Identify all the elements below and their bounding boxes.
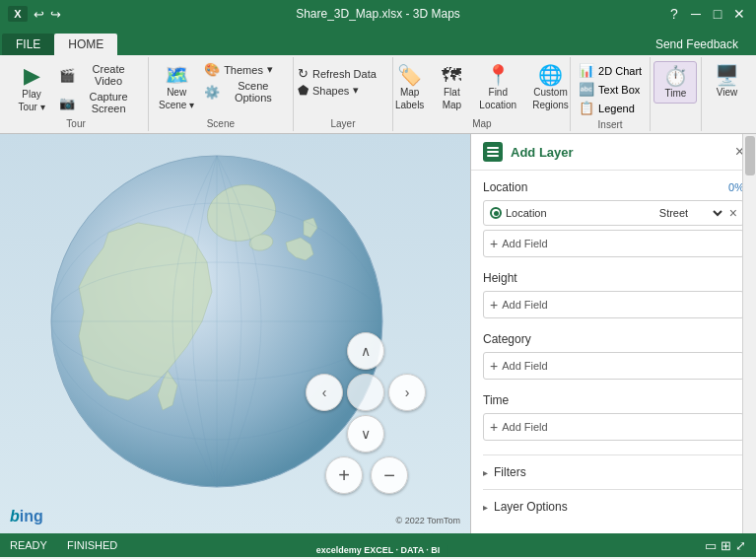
panel-title: Add Layer	[511, 145, 574, 160]
close-btn[interactable]: ✕	[730, 7, 748, 21]
play-tour-label: Play	[22, 89, 40, 100]
location-field-name: Location	[506, 207, 650, 219]
tour-small-btns: 🎬 Create Video 📷 Capture Screen	[55, 61, 142, 116]
location-add-field-label: Add Field	[502, 238, 547, 249]
text-box-btn[interactable]: 🔤 Text Box	[573, 80, 648, 99]
height-add-field-label: Add Field	[502, 299, 547, 311]
legend-btn[interactable]: 📋 Legend	[573, 99, 648, 117]
tab-home[interactable]: HOME	[54, 34, 117, 55]
view-label: View	[717, 87, 738, 98]
svg-rect-11	[487, 155, 499, 157]
add-icon-time: +	[490, 419, 498, 435]
scene-options-icon: ⚙️	[204, 86, 220, 99]
location-radio[interactable]	[490, 207, 502, 219]
chart-icon: 📊	[579, 63, 594, 78]
text-box-label: Text Box	[598, 84, 640, 96]
layer-options-section: ▸ Layer Options	[483, 489, 744, 524]
map-labels-label2: Labels	[395, 100, 424, 110]
create-video-btn[interactable]: 🎬 Create Video	[55, 61, 142, 89]
legend-icon: 📋	[579, 101, 594, 115]
filters-header[interactable]: ▸ Filters	[483, 463, 744, 481]
height-header: Height	[483, 271, 744, 285]
zoom-in-btn[interactable]: +	[325, 456, 363, 494]
pan-down-btn[interactable]: ∨	[347, 415, 384, 453]
refresh-data-label: Refresh Data	[312, 68, 377, 80]
pan-center-btn[interactable]	[347, 374, 384, 411]
undo-btn[interactable]: ↩	[34, 7, 44, 22]
minimize-btn[interactable]: ─	[687, 7, 705, 21]
location-type-select[interactable]: Street City State Country Zip Code Latit…	[653, 206, 725, 220]
window-title: Share_3D_Map.xlsx - 3D Maps	[296, 7, 460, 21]
scene-options-btn[interactable]: ⚙️ Scene Options	[200, 78, 286, 105]
find-location-btn[interactable]: 📍 Find Location	[473, 61, 522, 114]
category-section: Category + Add Field	[483, 332, 744, 380]
location-header: Location 0%	[483, 180, 744, 194]
map-labels-label: Map	[400, 87, 419, 98]
custom-regions-label: Custom	[533, 87, 567, 98]
status-icon-2[interactable]: ⊞	[721, 538, 731, 553]
zoom-out-btn[interactable]: −	[371, 456, 408, 494]
shapes-btn[interactable]: ⬟ Shapes ▾	[294, 82, 392, 99]
pan-left-btn[interactable]: ‹	[306, 374, 343, 411]
help-btn[interactable]: ?	[665, 7, 683, 21]
time-label: Time	[483, 393, 509, 407]
custom-regions-btn[interactable]: 🌐 Custom Regions	[526, 61, 575, 114]
new-scene-btn[interactable]: 🗺️ New Scene ▾	[155, 61, 198, 114]
pan-up-btn[interactable]: ∧	[347, 332, 384, 370]
scrollbar[interactable]	[742, 134, 756, 533]
status-icon-3[interactable]: ⤢	[735, 538, 746, 553]
scene-options-label: Scene Options	[224, 80, 282, 104]
map-labels-btn[interactable]: 🏷️ Map Labels	[389, 61, 430, 114]
location-section: Location 0% Location Street City State C…	[483, 180, 744, 257]
location-remove-btn[interactable]: ×	[729, 205, 737, 221]
view-btn[interactable]: 🖥️ View	[705, 61, 748, 102]
time-add-field-label: Add Field	[502, 421, 547, 433]
height-section: Height + Add Field	[483, 271, 744, 318]
shapes-label: Shapes	[312, 85, 349, 97]
redo-btn[interactable]: ↪	[50, 7, 61, 22]
category-add-field-btn[interactable]: + Add Field	[483, 352, 744, 380]
pan-right-btn[interactable]: ›	[388, 374, 426, 411]
scrollbar-thumb[interactable]	[745, 136, 755, 175]
add-icon-category: +	[490, 358, 498, 374]
flat-map-btn[interactable]: 🗺 Flat Map	[434, 61, 469, 114]
map-group-content: 🏷️ Map Labels 🗺 Flat Map 📍 Find Location…	[389, 57, 575, 116]
refresh-icon: ↻	[298, 67, 309, 80]
filters-chevron: ▸	[483, 467, 488, 478]
new-scene-label: New	[167, 87, 186, 98]
time-icon: ⏱️	[663, 66, 688, 86]
globe-area[interactable]: ∧ ‹ › ∨ + − bing © 2022 TomTom	[0, 134, 470, 533]
find-location-label: Find	[489, 87, 508, 98]
ribbon-group-layer: ↻ Refresh Data ⬟ Shapes ▾ Layer	[294, 57, 394, 131]
height-add-field-btn[interactable]: + Add Field	[483, 291, 744, 318]
time-btn[interactable]: ⏱️ Time	[653, 61, 697, 104]
layer-group-label: Layer	[331, 116, 356, 131]
play-tour-btn[interactable]: ▶ Play Tour ▾	[10, 61, 53, 116]
status-right: ▭ ⊞ ⤢	[705, 538, 746, 553]
new-scene-icon: 🗺️	[165, 65, 189, 85]
maximize-btn[interactable]: □	[709, 7, 726, 21]
chart-2d-btn[interactable]: 📊 2D Chart	[573, 61, 648, 80]
themes-btn[interactable]: 🎨 Themes ▾	[200, 61, 286, 78]
excel-icon: X	[8, 6, 28, 22]
location-label: Location	[483, 180, 527, 194]
time-add-field-btn[interactable]: + Add Field	[483, 413, 744, 441]
height-label: Height	[483, 271, 517, 285]
time-group-content: ⏱️ Time	[653, 57, 697, 127]
status-icon-1[interactable]: ▭	[705, 538, 717, 553]
refresh-data-btn[interactable]: ↻ Refresh Data	[294, 65, 392, 82]
text-box-icon: 🔤	[579, 82, 594, 97]
send-feedback-btn[interactable]: Send Feedback	[646, 34, 748, 55]
add-icon-location: +	[490, 236, 498, 251]
view-group-content: 🖥️ View	[705, 57, 748, 127]
location-field-row: Location Street City State Country Zip C…	[483, 200, 744, 226]
layer-options-header[interactable]: ▸ Layer Options	[483, 498, 744, 516]
themes-chevron: ▾	[267, 63, 273, 76]
legend-label: Legend	[598, 103, 635, 114]
location-add-field-btn[interactable]: + Add Field	[483, 230, 744, 257]
status-finished: FINISHED	[67, 539, 117, 551]
insert-group-content: 📊 2D Chart 🔤 Text Box 📋 Legend	[573, 57, 648, 117]
tab-file[interactable]: FILE	[2, 34, 54, 55]
capture-screen-btn[interactable]: 📷 Capture Screen	[55, 89, 142, 116]
scene-small-btns: 🎨 Themes ▾ ⚙️ Scene Options	[200, 61, 286, 105]
